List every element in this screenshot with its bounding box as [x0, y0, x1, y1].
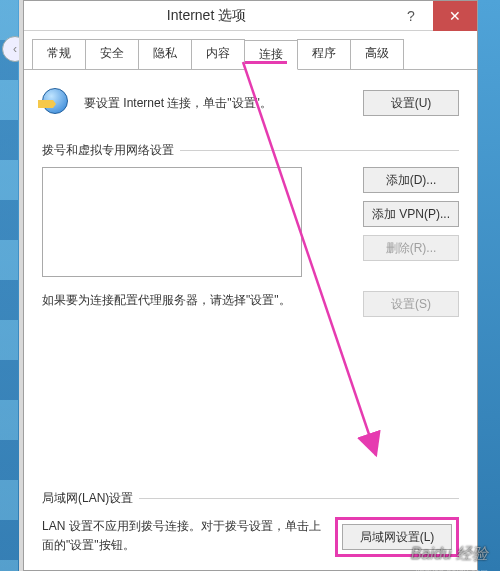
globe-icon — [42, 88, 72, 118]
tab-strip: 常规 安全 隐私 内容 连接 程序 高级 — [24, 31, 477, 70]
lan-row: LAN 设置不应用到拨号连接。对于拨号设置，单击上面的"设置"按钮。 局域网设置… — [42, 517, 459, 557]
watermark-url: jingyan.baidu.com — [415, 567, 488, 571]
dialup-section-text: 拨号和虚拟专用网络设置 — [42, 142, 174, 159]
dialup-listbox[interactable] — [42, 167, 302, 277]
setup-row: 要设置 Internet 连接，单击"设置"。 设置(U) — [42, 88, 459, 118]
dialup-section-label: 拨号和虚拟专用网络设置 — [42, 142, 459, 159]
lan-description: LAN 设置不应用到拨号连接。对于拨号设置，单击上面的"设置"按钮。 — [42, 517, 335, 557]
annotation-tab-underline — [245, 61, 287, 64]
tab-programs[interactable]: 程序 — [297, 39, 351, 69]
dialup-settings-button: 设置(S) — [363, 291, 459, 317]
tab-content[interactable]: 内容 — [191, 39, 245, 69]
internet-options-dialog: Internet 选项 ? ✕ 常规 安全 隐私 内容 连接 程序 高级 要设置… — [23, 0, 478, 571]
dialog-body: 要设置 Internet 连接，单击"设置"。 设置(U) 拨号和虚拟专用网络设… — [24, 70, 477, 571]
setup-button[interactable]: 设置(U) — [363, 90, 459, 116]
lan-section-label: 局域网(LAN)设置 — [42, 490, 459, 507]
desktop-thumbnails — [0, 0, 18, 571]
proxy-row: 如果要为连接配置代理服务器，请选择"设置"。 设置(S) — [42, 291, 459, 317]
lan-section-text: 局域网(LAN)设置 — [42, 490, 133, 507]
help-button[interactable]: ? — [389, 1, 433, 31]
add-vpn-button[interactable]: 添加 VPN(P)... — [363, 201, 459, 227]
setup-text: 要设置 Internet 连接，单击"设置"。 — [84, 95, 363, 112]
tab-advanced[interactable]: 高级 — [350, 39, 404, 69]
close-button[interactable]: ✕ — [433, 1, 477, 31]
add-button[interactable]: 添加(D)... — [363, 167, 459, 193]
dialup-buttons: 添加(D)... 添加 VPN(P)... 删除(R)... — [314, 167, 459, 277]
watermark-brand: Baidu 经验 — [411, 544, 488, 565]
lan-section: 局域网(LAN)设置 LAN 设置不应用到拨号连接。对于拨号设置，单击上面的"设… — [42, 466, 459, 557]
dialup-area: 添加(D)... 添加 VPN(P)... 删除(R)... — [42, 167, 459, 277]
tab-security[interactable]: 安全 — [85, 39, 139, 69]
tab-general[interactable]: 常规 — [32, 39, 86, 69]
proxy-text: 如果要为连接配置代理服务器，请选择"设置"。 — [42, 291, 363, 310]
tab-connections[interactable]: 连接 — [244, 40, 298, 70]
titlebar: Internet 选项 ? ✕ — [24, 1, 477, 31]
tab-privacy[interactable]: 隐私 — [138, 39, 192, 69]
remove-button: 删除(R)... — [363, 235, 459, 261]
window-title: Internet 选项 — [24, 7, 389, 25]
